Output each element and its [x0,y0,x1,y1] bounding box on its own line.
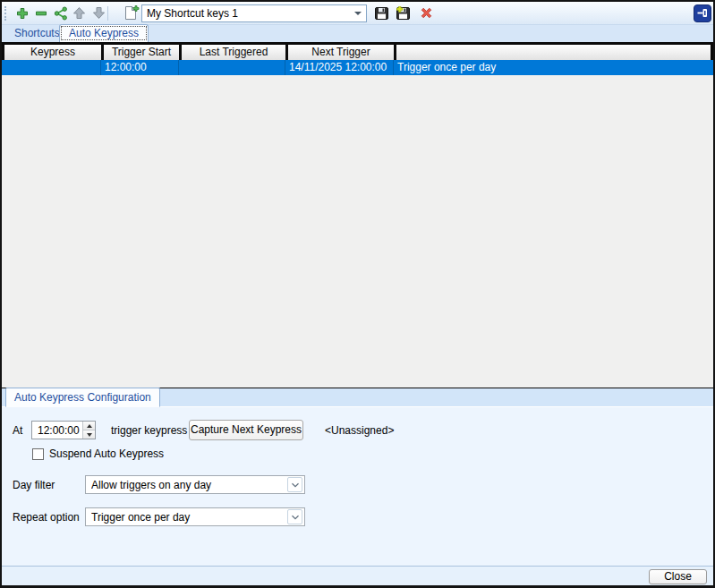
new-profile-button[interactable] [123,4,140,22]
minus-icon [34,6,48,21]
arrow-up-icon [72,6,86,20]
day-filter-value: Allow triggers on any day [91,479,287,491]
share-icon [54,6,68,21]
config-tabstrip: Auto Keypress Configuration [2,388,713,407]
tab-auto-keypress[interactable]: Auto Keypress [59,24,149,42]
chevron-down-icon [289,511,302,524]
column-header-next-trigger[interactable]: Next Trigger [288,45,394,60]
move-up-button[interactable] [70,4,88,22]
spin-down-icon [87,433,92,437]
at-label: At [13,424,22,437]
save-button[interactable] [372,4,390,22]
suspend-checkbox-row: Suspend Auto Keypress [32,447,164,460]
push-pin-icon [696,6,710,20]
day-filter-chevron [287,477,302,492]
app-window: My Shortcut keys 1 [0,0,715,588]
cell-note: Trigger once per day [394,60,713,75]
assigned-key-value: <Unassigned> [325,424,394,437]
arrow-down-icon [92,6,106,20]
grid-header: Keypress Trigger Start Last Triggered Ne… [2,42,713,60]
profile-combobox[interactable]: My Shortcut keys 1 [141,4,367,22]
day-filter-dropdown[interactable]: Allow triggers on any day [85,475,305,494]
cell-last-triggered [179,60,285,75]
toolbar-separator [107,6,108,21]
pin-panel-button[interactable] [694,4,711,22]
remove-shortcut-button[interactable] [32,4,50,22]
day-filter-label: Day filter [13,479,55,491]
suspend-checkbox-label: Suspend Auto Keypress [49,447,164,460]
auto-keypress-configuration-panel: Auto Keypress Configuration At trigger k… [2,388,713,566]
column-header-keypress[interactable]: Keypress [4,45,101,60]
repeat-option-dropdown[interactable]: Trigger once per day [85,507,305,526]
tab-auto-keypress-configuration[interactable]: Auto Keypress Configuration [5,388,160,407]
plus-icon [15,6,30,21]
share-button[interactable] [52,4,70,22]
column-header-trigger-start[interactable]: Trigger Start [104,45,179,60]
cell-keypress [2,60,101,75]
profile-combobox-value: My Shortcut keys 1 [147,7,351,20]
save-icon [374,6,389,21]
auto-keypress-grid: Keypress Trigger Start Last Triggered Ne… [2,42,713,388]
trigger-keypress-label: trigger keypress [111,424,187,437]
suspend-checkbox[interactable] [32,448,44,460]
cell-trigger-start: 12:00:00 [101,60,179,75]
column-header-last-triggered[interactable]: Last Triggered [182,45,285,60]
main-tabstrip: Shortcuts Auto Keypress [2,25,713,42]
move-down-button[interactable] [89,4,107,22]
spin-up-button[interactable] [83,422,95,430]
add-shortcut-button[interactable] [13,4,31,22]
table-row[interactable]: 12:00:00 14/11/2025 12:00:00 Trigger onc… [2,60,713,75]
chevron-down-icon [354,12,362,15]
repeat-option-value: Trigger once per day [91,511,287,524]
spin-down-button[interactable] [83,430,95,439]
save-as-button[interactable] [394,4,412,22]
toolbar: My Shortcut keys 1 [2,2,713,25]
repeat-option-chevron [287,509,302,524]
column-header-blank[interactable] [396,45,711,60]
toolbar-grip[interactable] [4,6,7,21]
chevron-down-icon [289,479,302,491]
repeat-option-label: Repeat option [13,511,80,524]
red-x-icon [419,5,434,21]
capture-next-keypress-button[interactable]: Capture Next Keypress [189,420,303,440]
time-input[interactable] [32,422,82,439]
cell-next-trigger: 14/11/2025 12:00:00 [285,60,394,75]
footer-bar: Close [2,566,713,585]
close-button[interactable]: Close [649,569,707,584]
new-file-icon [123,5,140,21]
spinner-buttons [82,422,95,439]
save-as-icon [396,6,411,21]
delete-profile-button[interactable] [417,4,435,22]
spin-up-icon [87,424,92,428]
time-spinner[interactable] [31,421,96,439]
